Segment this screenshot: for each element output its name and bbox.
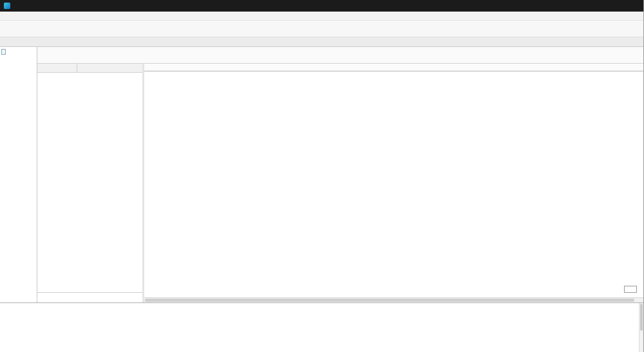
tab-bar	[0, 37, 643, 47]
scrollbar-thumb[interactable]	[640, 304, 643, 331]
chart-plot	[144, 71, 643, 297]
chart-horizontal-scrollbar[interactable]	[144, 297, 643, 302]
warnings-intro	[2, 304, 641, 309]
main-toolbar	[0, 21, 643, 37]
legend-swatch	[627, 287, 632, 292]
variables-header-name	[37, 64, 77, 72]
chart-legend	[624, 286, 637, 293]
document-area	[37, 47, 643, 302]
drop-hint[interactable]	[37, 292, 142, 302]
warnings-scrollbar[interactable]	[639, 303, 643, 352]
tree-item-untitled-flp[interactable]	[1, 49, 35, 55]
variables-panel	[37, 64, 144, 302]
plot-content	[37, 64, 643, 302]
plot-tool-toolbar	[37, 47, 643, 64]
app-icon	[4, 3, 10, 9]
chart-canvas[interactable]	[144, 71, 643, 297]
variables-header	[37, 64, 142, 73]
variables-list	[37, 73, 142, 292]
menu-bar	[0, 12, 643, 21]
scrollbar-thumb[interactable]	[145, 299, 634, 302]
chart-x-ruler[interactable]	[144, 64, 643, 71]
title-bar	[0, 0, 643, 12]
main-area	[0, 47, 643, 302]
project-tree-panel	[0, 47, 37, 302]
chart-area	[144, 64, 643, 302]
warnings-panel	[0, 302, 643, 352]
project-file-icon	[1, 49, 6, 55]
